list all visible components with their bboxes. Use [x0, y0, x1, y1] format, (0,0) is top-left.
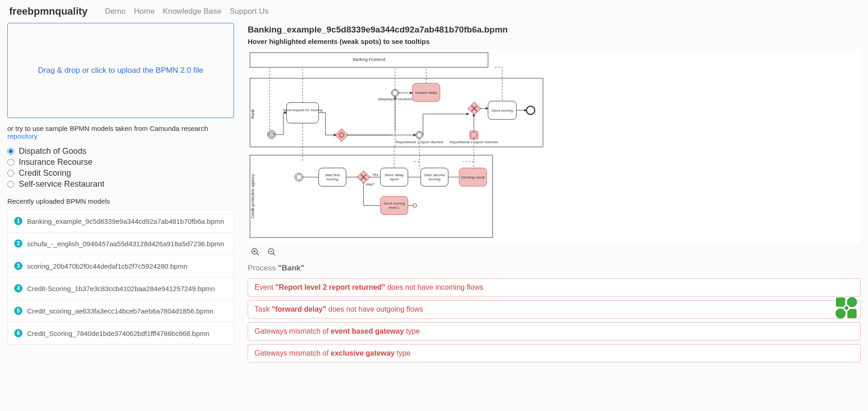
svg-text:Sending result: Sending result — [461, 175, 485, 179]
zoom-out-icon[interactable] — [267, 247, 277, 257]
nav-link-support[interactable]: Support Us — [229, 7, 268, 16]
sample-hint: or try to use sample BPMN models taken f… — [7, 124, 234, 140]
sample-radio-group: Dispatch of Goods Insurance Recourse Cre… — [7, 146, 234, 189]
svg-text:Bank: Bank — [250, 109, 255, 119]
svg-text:elay?: elay? — [366, 182, 375, 186]
item-badge: 5 — [14, 307, 22, 315]
list-item[interactable]: 5Credit_scoring_ae633fa3ecc14bceb7aeb6a7… — [8, 300, 233, 322]
pool-agency — [250, 155, 493, 238]
item-badge: 6 — [14, 329, 22, 337]
sample-credit[interactable]: Credit Scoring — [7, 168, 234, 178]
sample-insurance[interactable]: Insurance Recourse — [7, 157, 234, 167]
upload-dropzone[interactable]: Drag & drop or click to upload the BPMN … — [7, 23, 234, 118]
svg-text:Send request for scoring: Send request for scoring — [282, 108, 322, 112]
svg-rect-28 — [847, 309, 857, 318]
file-subtitle: Hover highlighted elements (weak spots) … — [248, 38, 861, 45]
issue-item: Gateways mismatch of exclusive gateway t… — [248, 344, 861, 362]
list-item[interactable]: 3scoring_20b470b2f0c44dedaf1cb2f7c592428… — [8, 255, 233, 277]
bpmn-diagram[interactable]: Banking Frontend Bank Send request for s… — [248, 50, 861, 243]
recent-label: Recently uploaded BPMN models — [7, 197, 234, 205]
item-badge: 2 — [14, 239, 22, 248]
small-end — [413, 204, 417, 207]
svg-text:Banking Frontend: Banking Frontend — [353, 57, 385, 62]
zoom-in-icon[interactable] — [250, 247, 260, 257]
list-item[interactable]: 1Banking_example_9c5d8339e9a344cd92a7ab4… — [8, 210, 233, 233]
item-badge: 3 — [14, 262, 22, 270]
recent-list[interactable]: 1Banking_example_9c5d8339e9a344cd92a7ab4… — [7, 210, 234, 345]
nav-link-demo[interactable]: Demo — [105, 7, 125, 16]
upload-label: Drag & drop or click to upload the BPMN … — [38, 66, 203, 75]
process-heading: Process "Bank" — [248, 264, 861, 273]
radio-input[interactable] — [7, 159, 14, 166]
list-item[interactable]: 6Credit_Scoring_7840de1bde374062bdf1fff4… — [8, 322, 233, 344]
svg-text:forward delay: forward delay — [415, 91, 437, 95]
svg-point-30 — [845, 306, 848, 310]
radio-input[interactable] — [7, 181, 14, 188]
item-badge: 1 — [14, 217, 22, 225]
end-event — [526, 106, 535, 114]
navbar: freebpmnquality Demo Home Knowledge Base… — [0, 0, 868, 23]
file-title: Banking_example_9c5d8339e9a344cd92a7ab48… — [248, 25, 861, 35]
radio-input[interactable] — [7, 170, 14, 177]
sample-dispatch[interactable]: Dispatch of Goods — [7, 146, 234, 156]
issue-item: Event "Report level 2 report returned" d… — [248, 278, 861, 297]
list-item[interactable]: 4Credit-Scoring_1b37e3c83ccb4102baa284e9… — [8, 277, 233, 300]
nav-link-home[interactable]: Home — [134, 7, 155, 16]
issue-item: Task "forward delay" does not have outgo… — [248, 300, 861, 319]
svg-text:Start firstscoring: Start firstscoring — [325, 173, 340, 181]
svg-text:Send scoring: Send scoring — [492, 108, 513, 113]
issue-item: Gateways mismatch of event based gateway… — [248, 322, 861, 341]
bpmn-io-logo-icon[interactable] — [835, 297, 858, 319]
svg-text:Yes: Yes — [372, 173, 378, 177]
svg-rect-25 — [836, 297, 845, 307]
repository-link[interactable]: repository — [7, 132, 38, 140]
item-badge: 4 — [14, 284, 22, 292]
list-item[interactable]: 2schufa_-_english_0946457aa55d43128d426a… — [8, 233, 233, 255]
brand[interactable]: freebpmnquality — [9, 5, 87, 17]
nav-link-kb[interactable]: Knowledge Base — [163, 7, 222, 16]
event-report-l2[interactable] — [470, 131, 478, 139]
task-send-request — [287, 103, 319, 123]
sample-restaurant[interactable]: Self-service Restaurant — [7, 179, 234, 189]
svg-text:Credit protection agency: Credit protection agency — [250, 174, 255, 219]
radio-input[interactable] — [7, 148, 14, 155]
